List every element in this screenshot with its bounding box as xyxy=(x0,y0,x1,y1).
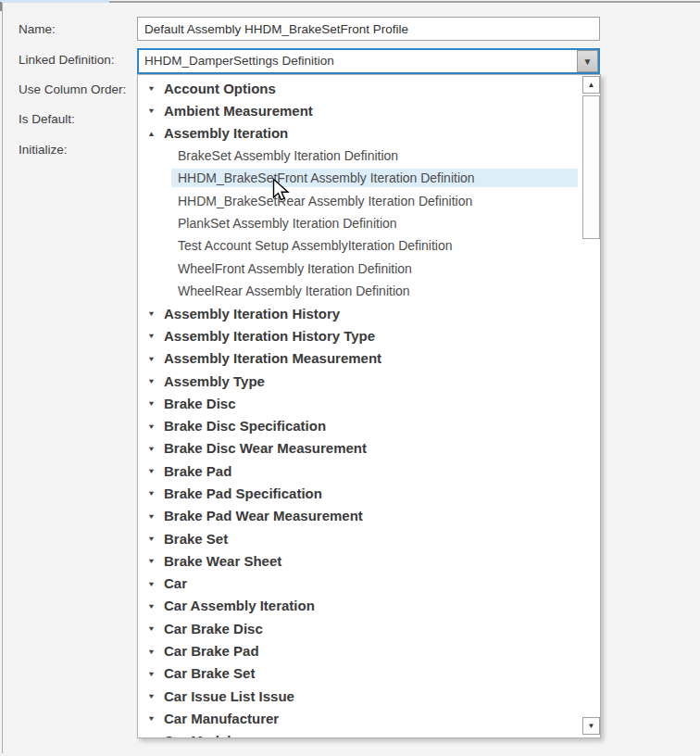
tree-item-label: HHDM_BrakeSetFront Assembly Iteration De… xyxy=(171,169,578,187)
triangle-collapsed-icon: ▼ xyxy=(145,579,157,587)
tree-item-label: Car Manufacturer xyxy=(164,711,279,726)
triangle-up-icon: ▲ xyxy=(588,81,595,89)
triangle-collapsed-icon: ▼ xyxy=(145,399,157,408)
name-input[interactable] xyxy=(137,17,600,41)
tree-item-label: Car Assembly Iteration xyxy=(164,598,315,613)
triangle-collapsed-icon: ▼ xyxy=(145,377,157,385)
window-top-edge xyxy=(109,1,700,3)
triangle-collapsed-icon: ▼ xyxy=(145,602,157,611)
tree-item-label: Car Brake Set xyxy=(164,665,255,681)
linked-definition-combobox[interactable]: HHDM_DamperSettings Definition ▼ xyxy=(137,48,600,74)
tree-item-label: Car Brake Disc xyxy=(164,621,263,636)
tree-item-label: Brake Disc xyxy=(164,396,236,411)
triangle-collapsed-icon: ▼ xyxy=(145,737,157,738)
scroll-down-button[interactable]: ▼ xyxy=(582,717,600,735)
tree-item-label: Brake Disc Specification xyxy=(164,418,326,434)
triangle-collapsed-icon: ▼ xyxy=(145,489,157,498)
triangle-down-icon: ▼ xyxy=(588,722,595,730)
triangle-expanded-icon: ▲ xyxy=(145,129,157,137)
definition-tree: ▼ Account Options ▼ Ambient Measurement … xyxy=(138,75,582,737)
tree-item-label: WheelFront Assembly Iteration Definition xyxy=(171,259,419,278)
tree-category[interactable]: ▼ Car Manufacturer xyxy=(138,707,582,729)
tree-item-label: HHDM_BrakeSetRear Assembly Iteration Def… xyxy=(171,192,479,210)
tree-category[interactable]: ▼ Assembly Iteration History Type xyxy=(138,324,582,346)
tree-item-label: Assembly Iteration History xyxy=(164,306,340,321)
definition-dropdown-popup: ▼ Account Options ▼ Ambient Measurement … xyxy=(137,74,601,738)
tree-item[interactable]: BrakeSet Assembly Iteration Definition xyxy=(138,145,582,167)
tree-category[interactable]: ▼ Car Model xyxy=(138,730,582,737)
tree-item-label: Brake Pad Wear Measurement xyxy=(164,508,363,523)
tree-category[interactable]: ▼ Car Assembly Iteration xyxy=(138,595,582,617)
initialize-label: Initialize: xyxy=(19,143,68,157)
scrollbar-thumb[interactable] xyxy=(582,95,600,239)
tree-item-label: WheelRear Assembly Iteration Definition xyxy=(171,282,417,300)
tree-item-label: Brake Wear Sheet xyxy=(164,553,281,569)
triangle-collapsed-icon: ▼ xyxy=(145,512,157,521)
tree-item[interactable]: PlankSet Assembly Iteration Definition xyxy=(138,212,582,234)
tree-category[interactable]: ▼ Account Options xyxy=(138,77,582,99)
triangle-collapsed-icon: ▼ xyxy=(145,309,157,318)
tree-item-label: Assembly Iteration xyxy=(164,125,288,141)
tree-item-label: Car Model xyxy=(164,733,231,737)
tree-item-label: BrakeSet Assembly Iteration Definition xyxy=(171,146,405,165)
triangle-collapsed-icon: ▼ xyxy=(145,670,157,678)
triangle-collapsed-icon: ▼ xyxy=(145,467,157,475)
tree-item-label: Brake Pad Specification xyxy=(164,485,322,501)
profile-editor-panel: Name: Linked Definition: Use Column Orde… xyxy=(0,0,700,756)
tree-item[interactable]: WheelFront Assembly Iteration Definition xyxy=(138,257,582,279)
tree-item-label: Assembly Iteration Measurement xyxy=(164,350,381,366)
triangle-collapsed-icon: ▼ xyxy=(145,624,157,633)
triangle-collapsed-icon: ▼ xyxy=(145,422,157,430)
tree-item-label: Brake Pad xyxy=(164,463,231,479)
tree-item-label: Brake Disc Wear Measurement xyxy=(164,440,367,456)
is-default-label: Is Default: xyxy=(19,112,75,126)
tree-category[interactable]: ▼ Car Brake Set xyxy=(138,662,582,685)
triangle-collapsed-icon: ▼ xyxy=(145,84,157,93)
tree-item-label: Assembly Iteration History Type xyxy=(164,328,375,344)
tree-category[interactable]: ▼ Car Issue List Issue xyxy=(138,685,582,707)
linked-definition-label: Linked Definition: xyxy=(19,53,115,67)
tree-category[interactable]: ▼ Brake Pad xyxy=(138,460,582,482)
triangle-collapsed-icon: ▼ xyxy=(145,354,157,362)
window-left-edge xyxy=(2,3,3,753)
triangle-collapsed-icon: ▼ xyxy=(145,107,157,115)
tree-category[interactable]: ▼ Assembly Type xyxy=(138,370,582,392)
tree-category[interactable]: ▼ Brake Wear Sheet xyxy=(138,549,582,572)
tree-item-label: Account Options xyxy=(164,81,276,96)
tree-category[interactable]: ▼ Car Brake Pad xyxy=(138,639,582,662)
use-column-order-label: Use Column Order: xyxy=(19,82,126,96)
tree-item-label: Brake Set xyxy=(164,531,228,547)
tree-category[interactable]: ▼ Brake Set xyxy=(138,527,582,549)
triangle-collapsed-icon: ▼ xyxy=(145,714,157,723)
triangle-collapsed-icon: ▼ xyxy=(145,647,157,655)
tree-category[interactable]: ▼ Car xyxy=(138,573,582,595)
tree-category[interactable]: ▼ Assembly Iteration History xyxy=(138,302,582,324)
triangle-collapsed-icon: ▼ xyxy=(145,535,157,543)
triangle-collapsed-icon: ▼ xyxy=(145,445,157,453)
tree-category[interactable]: ▼ Assembly Iteration Measurement xyxy=(138,347,582,370)
tree-category[interactable]: ▼ Brake Pad Specification xyxy=(138,482,582,504)
tree-category[interactable]: ▼ Brake Disc Specification xyxy=(138,414,582,436)
tree-category[interactable]: ▼ Brake Disc Wear Measurement xyxy=(138,437,582,460)
popup-scrollbar[interactable]: ▲ ▼ xyxy=(582,75,600,737)
tree-category[interactable]: ▼ Car Brake Disc xyxy=(138,617,582,639)
chevron-down-icon: ▼ xyxy=(583,57,593,67)
tree-category[interactable]: ▼ Ambient Measurement xyxy=(138,99,582,121)
tree-item-label: Assembly Type xyxy=(164,373,265,389)
tree-category[interactable]: ▲ Assembly Iteration xyxy=(138,122,582,145)
tree-item[interactable]: WheelRear Assembly Iteration Definition xyxy=(138,280,582,302)
triangle-collapsed-icon: ▼ xyxy=(145,557,157,565)
window-top-highlight xyxy=(0,0,109,3)
tree-category[interactable]: ▼ Brake Disc xyxy=(138,392,582,414)
tree-item[interactable]: Test Account Setup AssemblyIteration Def… xyxy=(138,234,582,257)
scroll-up-button[interactable]: ▲ xyxy=(582,76,600,94)
tree-item-label: PlankSet Assembly Iteration Definition xyxy=(171,214,404,233)
tree-item-label: Car Brake Pad xyxy=(164,643,259,659)
tree-item[interactable]: HHDM_BrakeSetFront Assembly Iteration De… xyxy=(138,167,582,189)
tree-category[interactable]: ▼ Brake Pad Wear Measurement xyxy=(138,505,582,527)
tree-item-label: Ambient Measurement xyxy=(164,103,313,119)
combobox-dropdown-button[interactable]: ▼ xyxy=(577,50,598,72)
triangle-collapsed-icon: ▼ xyxy=(145,692,157,700)
combobox-selected-value: HHDM_DamperSettings Definition xyxy=(144,50,334,72)
tree-item[interactable]: HHDM_BrakeSetRear Assembly Iteration Def… xyxy=(138,189,582,211)
